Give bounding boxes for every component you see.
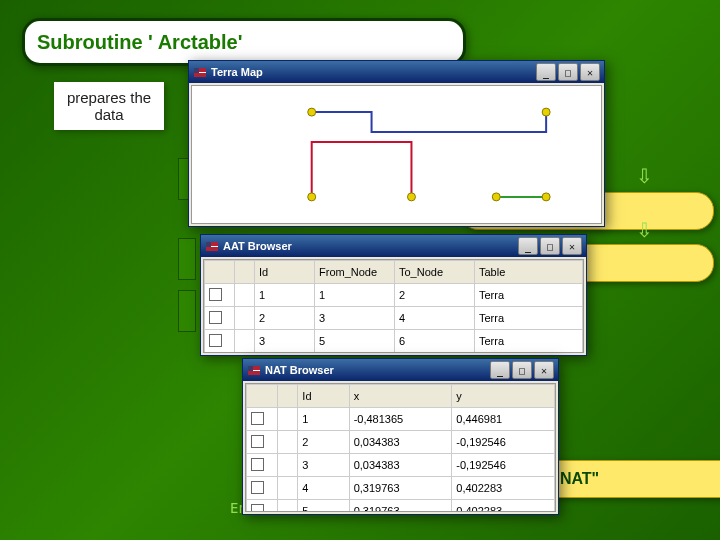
- cell: 6: [395, 330, 475, 353]
- down-arrow-icon: ⇩: [636, 218, 650, 242]
- checkbox[interactable]: [251, 481, 264, 494]
- col-header[interactable]: y: [452, 385, 555, 408]
- flag-icon: [205, 239, 219, 253]
- map-svg: [192, 86, 601, 223]
- col-header[interactable]: From_Node: [315, 261, 395, 284]
- col-header[interactable]: Table: [475, 261, 583, 284]
- table-row[interactable]: 356Terra: [205, 330, 583, 353]
- cell: 3: [315, 307, 395, 330]
- window-title: Terra Map: [211, 66, 536, 78]
- nat-body: Id x y 1-0,4813650,44698120,034383-0,192…: [245, 383, 556, 512]
- table-row[interactable]: 30,034383-0,192546: [247, 454, 555, 477]
- node[interactable]: [492, 193, 500, 201]
- window-title: AAT Browser: [223, 240, 518, 252]
- maximize-button[interactable]: □: [558, 63, 578, 81]
- down-arrow-icon: ⇩: [636, 164, 650, 188]
- terra-map-window: Terra Map _ □ ✕: [188, 60, 605, 227]
- minimize-button[interactable]: _: [518, 237, 538, 255]
- table-row[interactable]: 1-0,4813650,446981: [247, 408, 555, 431]
- maximize-button[interactable]: □: [512, 361, 532, 379]
- table-row[interactable]: 40,3197630,402283: [247, 477, 555, 500]
- cell: 1: [298, 408, 349, 431]
- cell: 2: [298, 431, 349, 454]
- cell: 5: [298, 500, 349, 513]
- flag-icon: [193, 65, 207, 79]
- cell: 0,402283: [452, 477, 555, 500]
- col-header[interactable]: To_Node: [395, 261, 475, 284]
- cell: 2: [395, 284, 475, 307]
- table-row[interactable]: 234Terra: [205, 307, 583, 330]
- flag-icon: [247, 363, 261, 377]
- close-button[interactable]: ✕: [580, 63, 600, 81]
- nat-browser-window: NAT Browser _ □ ✕ Id x y 1-0,4813650,446…: [242, 358, 559, 515]
- maximize-button[interactable]: □: [540, 237, 560, 255]
- checkbox[interactable]: [251, 458, 264, 471]
- checkbox[interactable]: [209, 311, 222, 324]
- node[interactable]: [308, 108, 316, 116]
- titlebar[interactable]: AAT Browser _ □ ✕: [201, 235, 586, 257]
- cell: 1: [255, 284, 315, 307]
- checkbox[interactable]: [251, 435, 264, 448]
- prepares-data-label: prepares the data: [54, 82, 164, 130]
- checkbox[interactable]: [209, 288, 222, 301]
- minimize-button[interactable]: _: [490, 361, 510, 379]
- cell: 0,446981: [452, 408, 555, 431]
- cell: -0,192546: [452, 431, 555, 454]
- node[interactable]: [542, 193, 550, 201]
- cell: 1: [315, 284, 395, 307]
- table-row[interactable]: 50,3197630,402283: [247, 500, 555, 513]
- title-box: Subroutine ' Arctable': [22, 18, 466, 66]
- close-button[interactable]: ✕: [562, 237, 582, 255]
- cell: 5: [315, 330, 395, 353]
- cell: -0,192546: [452, 454, 555, 477]
- checkbox[interactable]: [209, 334, 222, 347]
- map-canvas[interactable]: [191, 85, 602, 224]
- titlebar[interactable]: Terra Map _ □ ✕: [189, 61, 604, 83]
- bg-block: [178, 238, 196, 280]
- checkbox[interactable]: [251, 504, 264, 513]
- cell: 3: [298, 454, 349, 477]
- cell: 4: [298, 477, 349, 500]
- aat-browser-window: AAT Browser _ □ ✕ Id From_Node To_Node T…: [200, 234, 587, 356]
- aat-table[interactable]: Id From_Node To_Node Table 112Terra234Te…: [204, 260, 583, 353]
- col-header[interactable]: Id: [298, 385, 349, 408]
- nat-table[interactable]: Id x y 1-0,4813650,44698120,034383-0,192…: [246, 384, 555, 512]
- cell: 4: [395, 307, 475, 330]
- col-header[interactable]: Id: [255, 261, 315, 284]
- cell: 0,319763: [349, 500, 452, 513]
- cell: 0,034383: [349, 454, 452, 477]
- cell: Terra: [475, 284, 583, 307]
- table-row[interactable]: 20,034383-0,192546: [247, 431, 555, 454]
- aat-body: Id From_Node To_Node Table 112Terra234Te…: [203, 259, 584, 353]
- nat-rows: 1-0,4813650,44698120,034383-0,19254630,0…: [247, 408, 555, 513]
- cell: 2: [255, 307, 315, 330]
- node[interactable]: [308, 193, 316, 201]
- arc[interactable]: [312, 112, 546, 132]
- node[interactable]: [407, 193, 415, 201]
- table-row[interactable]: 112Terra: [205, 284, 583, 307]
- arc[interactable]: [312, 142, 412, 197]
- bg-block: [178, 290, 196, 332]
- cell: 0,319763: [349, 477, 452, 500]
- cell: Terra: [475, 330, 583, 353]
- window-title: NAT Browser: [265, 364, 490, 376]
- node[interactable]: [542, 108, 550, 116]
- cell: 0,402283: [452, 500, 555, 513]
- titlebar[interactable]: NAT Browser _ □ ✕: [243, 359, 558, 381]
- close-button[interactable]: ✕: [534, 361, 554, 379]
- col-header[interactable]: x: [349, 385, 452, 408]
- cell: Terra: [475, 307, 583, 330]
- aat-rows: 112Terra234Terra356Terra: [205, 284, 583, 353]
- minimize-button[interactable]: _: [536, 63, 556, 81]
- cell: 0,034383: [349, 431, 452, 454]
- cell: -0,481365: [349, 408, 452, 431]
- checkbox[interactable]: [251, 412, 264, 425]
- cell: 3: [255, 330, 315, 353]
